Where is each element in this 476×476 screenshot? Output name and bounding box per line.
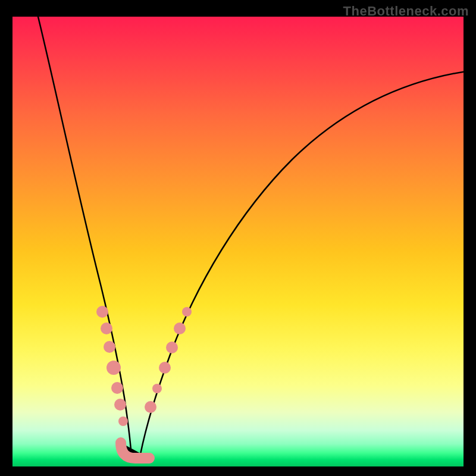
data-point <box>166 342 178 353</box>
data-point <box>145 401 156 413</box>
data-point <box>101 322 112 334</box>
data-point <box>182 307 192 317</box>
chart-frame: TheBottleneck.com <box>0 0 476 476</box>
curve-right <box>140 71 464 457</box>
data-point <box>111 382 123 394</box>
data-point <box>104 341 115 353</box>
minimum-band <box>121 443 149 458</box>
data-point <box>96 306 108 318</box>
data-point <box>114 399 126 411</box>
data-point <box>152 384 162 393</box>
data-point <box>174 322 186 334</box>
watermark-text: TheBottleneck.com <box>343 4 469 19</box>
data-point <box>107 361 121 375</box>
data-point <box>118 416 128 426</box>
chart-overlay <box>12 17 464 466</box>
data-point <box>159 362 171 374</box>
